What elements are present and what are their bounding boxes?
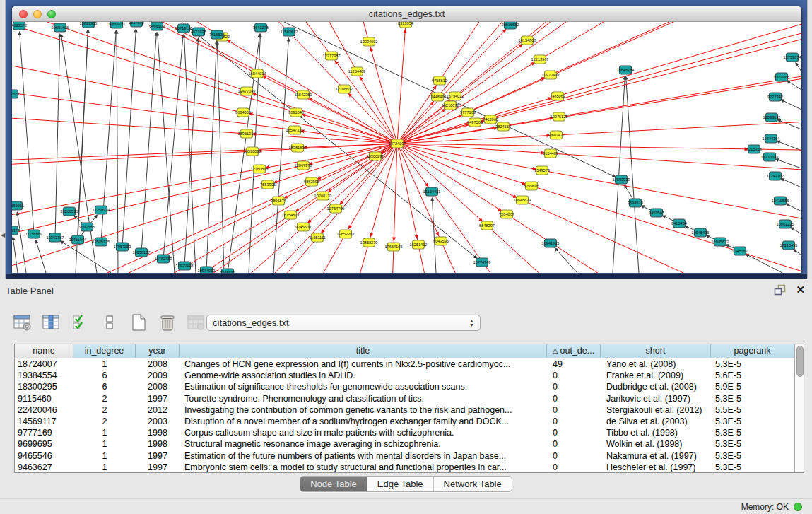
cell-name[interactable]: 18300295 [15, 381, 73, 392]
table-row[interactable]: 977716911998Corpus callosum shape and si… [15, 427, 794, 438]
network-node[interactable]: 12093832 [763, 113, 781, 122]
cell-in_degree[interactable]: 1 [73, 462, 136, 473]
create-column-button[interactable] [129, 313, 148, 332]
cell-title[interactable]: Estimation of the future numbers of pati… [180, 450, 547, 462]
cell-out_de[interactable]: 0 [547, 427, 601, 438]
cell-year[interactable]: 1998 [136, 427, 180, 438]
network-node[interactable]: 16251412 [410, 240, 428, 249]
network-node[interactable]: 9091848 [288, 108, 304, 117]
network-node[interactable]: 8548297 [479, 221, 495, 230]
cell-short[interactable]: Hescheler et al. (1997) [601, 462, 711, 473]
network-node[interactable]: 6497568 [467, 118, 483, 127]
column-header-pagerank[interactable]: pagerank [711, 344, 794, 358]
network-node[interactable]: 12477049 [238, 87, 256, 95]
network-node[interactable]: 9245012 [220, 269, 235, 273]
cell-in_degree[interactable]: 1 [73, 438, 136, 450]
table-row[interactable]: 911546021997Tourette syndrome. Phenomeno… [15, 393, 794, 404]
cell-pagerank[interactable]: 5.3E-5 [711, 416, 794, 427]
cell-name[interactable]: 9465546 [15, 450, 73, 462]
cell-title[interactable]: Tourette syndrome. Phenomenology and cla… [180, 393, 547, 404]
cell-out_de[interactable]: 0 [547, 438, 601, 450]
cell-year[interactable]: 1997 [136, 450, 180, 462]
table-row[interactable]: 1872400712008Changes of HCN gene express… [15, 358, 794, 370]
cell-title[interactable]: Corpus callosum shape and size in male p… [180, 427, 547, 438]
cell-title[interactable]: Genome-wide association studies in ADHD. [180, 370, 547, 381]
network-node[interactable]: 17210455 [780, 241, 798, 250]
network-node[interactable]: 12975125 [551, 112, 568, 121]
network-node[interactable]: 15751074 [784, 53, 801, 62]
network-node[interactable]: 11583612 [281, 28, 298, 36]
cell-name[interactable]: 9777169 [15, 427, 73, 438]
network-node[interactable]: 9459568 [649, 209, 664, 217]
cell-year[interactable]: 1998 [136, 438, 180, 450]
network-node[interactable]: 16794022 [447, 92, 464, 100]
network-node[interactable]: 13505135 [93, 238, 110, 246]
network-node[interactable]: 10719138 [175, 24, 193, 33]
cell-name[interactable]: 22420046 [15, 404, 73, 416]
cell-in_degree[interactable]: 1 [73, 450, 136, 462]
network-node[interactable]: 18724007 [389, 139, 406, 148]
column-header-in_degree[interactable]: in_degree [73, 344, 136, 358]
network-node[interactable]: 11448410 [429, 93, 446, 101]
network-node[interactable]: 16961910 [238, 129, 256, 138]
cell-title[interactable]: Structural magnetic resonance image aver… [180, 438, 547, 450]
column-header-name[interactable]: name [15, 344, 73, 358]
network-node[interactable]: 11243102 [767, 172, 784, 180]
network-node[interactable]: 9410454 [671, 219, 687, 228]
network-node[interactable]: 11156869 [25, 230, 42, 238]
cell-pagerank[interactable]: 5.6E-5 [711, 370, 794, 381]
cell-name[interactable]: 9115460 [15, 393, 73, 404]
cell-pagerank[interactable]: 5.9E-5 [711, 381, 794, 392]
network-node[interactable]: 9227343 [767, 93, 783, 101]
cell-pagerank[interactable]: 5.3E-5 [711, 358, 794, 370]
network-node[interactable]: 11381111 [309, 233, 325, 242]
network-node[interactable]: 12410556 [772, 197, 789, 205]
cell-pagerank[interactable]: 5.3E-5 [711, 393, 794, 404]
network-node[interactable]: 7615526 [209, 30, 225, 39]
table-row[interactable]: 1830029562008Estimation of significance … [15, 381, 794, 392]
table-scrollbar[interactable] [794, 344, 804, 472]
cell-year[interactable]: 2008 [136, 358, 180, 370]
network-node[interactable]: 10958107 [133, 248, 151, 257]
network-node[interactable]: 17664103 [385, 243, 403, 251]
network-node[interactable]: 16945622 [712, 238, 729, 246]
scrollbar-thumb[interactable] [796, 346, 804, 377]
network-view-window[interactable]: citations_edges.txt 18724007831305413294… [11, 6, 802, 273]
network-node[interactable]: 9694519 [628, 199, 643, 207]
cell-title[interactable]: Embryonic stem cells: a model to study s… [180, 462, 547, 473]
cell-year[interactable]: 2008 [136, 381, 180, 392]
table-row[interactable]: 2242004622012Investigating the contribut… [15, 404, 794, 416]
table-row[interactable]: 1456911722003Disruption of a novel membe… [15, 416, 794, 427]
cell-name[interactable]: 18724007 [15, 358, 73, 370]
cell-short[interactable]: Stergiakouli et al. (2012) [601, 404, 711, 416]
network-node[interactable]: 16941625 [542, 239, 560, 247]
network-node[interactable]: 18381890 [289, 144, 307, 152]
row-height-button[interactable] [100, 313, 119, 332]
network-node[interactable]: 13858270 [360, 238, 378, 247]
tab-network-table[interactable]: Network Table [433, 477, 512, 491]
cell-pagerank[interactable]: 5.3E-5 [711, 438, 794, 450]
network-node[interactable]: 10590098 [244, 147, 261, 156]
network-node[interactable]: 9745609 [295, 223, 311, 231]
cell-out_de[interactable]: 0 [547, 462, 601, 473]
network-node[interactable]: 9755812 [432, 76, 447, 85]
table-row[interactable]: 946554611997Estimation of the future num… [15, 450, 794, 462]
network-node[interactable]: 10973493 [542, 71, 560, 79]
network-node[interactable]: 16210643 [761, 153, 779, 161]
cell-short[interactable]: de Silva et al. (2003) [601, 416, 711, 427]
network-node[interactable]: 9245082 [732, 247, 748, 255]
cell-out_de[interactable]: 0 [547, 393, 601, 404]
cell-title[interactable]: Estimation of significance thresholds fo… [180, 381, 547, 392]
network-node[interactable]: 8215358 [746, 145, 762, 153]
network-node[interactable]: 10774749 [473, 258, 491, 267]
column-header-title[interactable]: title [180, 344, 547, 358]
network-node[interactable]: 12342757 [47, 233, 64, 242]
column-header-year[interactable]: year [136, 344, 180, 358]
network-node[interactable]: 4671938 [191, 28, 206, 36]
network-node[interactable]: 10653287 [108, 22, 126, 28]
cell-name[interactable]: 19384554 [15, 370, 73, 381]
network-node[interactable]: 8313054 [398, 22, 413, 28]
cell-year[interactable]: 2012 [136, 404, 180, 416]
network-node[interactable]: 10208170 [314, 192, 332, 200]
network-node[interactable]: 12754709 [327, 204, 345, 213]
